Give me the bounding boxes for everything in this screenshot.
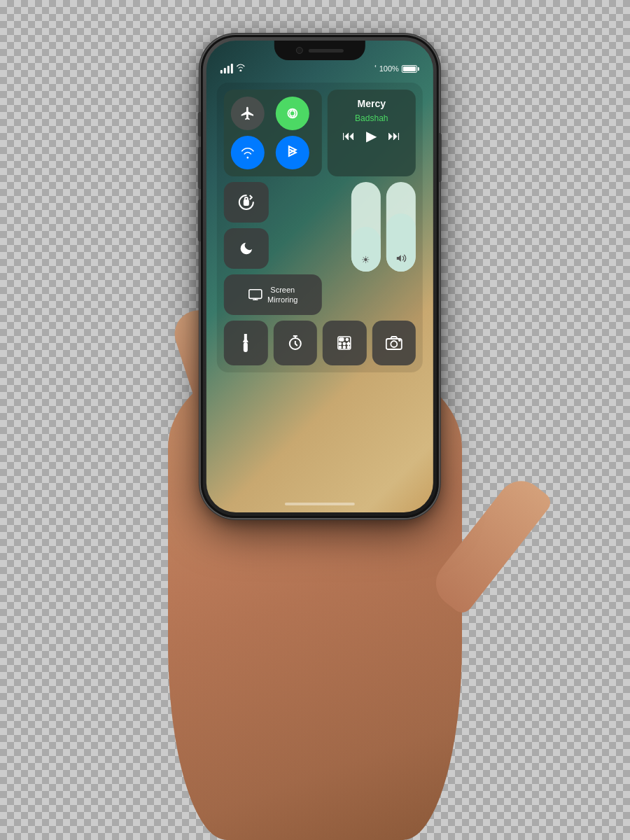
svg-rect-3 <box>249 290 262 299</box>
battery-area: ʿ︎ 100% <box>374 64 419 74</box>
svg-rect-7 <box>340 338 344 341</box>
play-pause-button[interactable]: ▶ <box>366 127 377 144</box>
bluetooth-toggle-button[interactable] <box>276 136 309 169</box>
volume-control <box>386 182 416 315</box>
connectivity-block <box>224 90 322 176</box>
timer-button[interactable] <box>273 321 317 365</box>
cellular-signal <box>220 64 233 74</box>
volume-down-button[interactable] <box>198 200 201 241</box>
next-track-button[interactable]: ⏭ <box>388 129 400 144</box>
screen-mirroring-button[interactable]: ScreenMirroring <box>224 274 322 315</box>
volume-icon <box>396 253 407 266</box>
signal-bar-2 <box>224 68 226 74</box>
status-bar: ʿ︎ 100% <box>220 62 419 76</box>
svg-rect-2 <box>244 200 248 205</box>
signal-area <box>220 63 246 74</box>
svg-rect-4 <box>244 342 248 352</box>
calculator-button[interactable] <box>323 321 367 365</box>
now-playing-block: Mercy Badshah ⏮ ▶ ⏭ <box>328 90 416 176</box>
svg-point-8 <box>346 339 349 341</box>
svg-point-14 <box>348 346 350 349</box>
signal-bar-3 <box>227 66 230 74</box>
brightness-icon: ☀ <box>361 254 370 266</box>
svg-point-9 <box>340 343 342 345</box>
battery-icon <box>402 65 419 73</box>
control-center: Mercy Badshah ⏮ ▶ ⏭ <box>217 83 423 372</box>
signal-bar-1 <box>220 70 223 74</box>
svg-point-12 <box>344 346 346 349</box>
svg-point-17 <box>399 340 400 341</box>
iphone-frame: ʿ︎ 100% <box>201 35 439 518</box>
notch <box>274 41 365 60</box>
sliders-area: ☀ <box>328 182 416 315</box>
earpiece <box>309 49 344 52</box>
airplane-mode-button[interactable] <box>231 97 265 130</box>
power-button[interactable] <box>439 133 442 182</box>
wifi-toggle-button[interactable] <box>231 136 265 169</box>
battery-percentage: 100% <box>379 64 399 73</box>
do-not-disturb-button[interactable] <box>224 228 269 269</box>
camera-button[interactable] <box>372 321 416 365</box>
flashlight-button[interactable] <box>224 321 268 365</box>
rotation-lock-button[interactable] <box>224 182 269 223</box>
brightness-control: ☀ <box>351 182 381 315</box>
cc-row-2: ScreenMirroring ☀ <box>224 182 416 315</box>
track-artist: Badshah <box>336 113 407 123</box>
battery-fill <box>403 66 416 71</box>
track-title: Mercy <box>336 98 407 109</box>
brightness-slider[interactable]: ☀ <box>351 182 381 272</box>
wifi-status-icon <box>236 63 246 74</box>
svg-point-16 <box>391 341 397 347</box>
media-controls: ⏮ ▶ ⏭ <box>336 127 407 144</box>
iphone-screen: ʿ︎ 100% <box>206 41 433 512</box>
bluetooth-status-icon: ʿ︎ <box>374 64 377 74</box>
cc-row-3 <box>224 321 416 365</box>
volume-slider[interactable] <box>386 182 416 272</box>
svg-point-0 <box>288 109 297 118</box>
volume-up-button[interactable] <box>198 147 201 189</box>
svg-point-10 <box>340 346 342 349</box>
svg-point-11 <box>344 343 346 345</box>
iphone-device: ʿ︎ 100% <box>201 35 439 518</box>
cc-row-1: Mercy Badshah ⏮ ▶ ⏭ <box>224 90 416 176</box>
scene: ʿ︎ 100% <box>0 0 630 840</box>
screen-mirroring-label: ScreenMirroring <box>267 285 298 305</box>
battery-tip <box>418 67 419 71</box>
silent-switch[interactable] <box>198 112 201 136</box>
front-camera <box>296 47 303 54</box>
home-indicator <box>285 503 355 505</box>
signal-bar-4 <box>231 64 233 74</box>
left-toggles: ScreenMirroring <box>224 182 322 315</box>
cellular-data-button[interactable] <box>276 97 309 130</box>
prev-track-button[interactable]: ⏮ <box>342 129 355 144</box>
